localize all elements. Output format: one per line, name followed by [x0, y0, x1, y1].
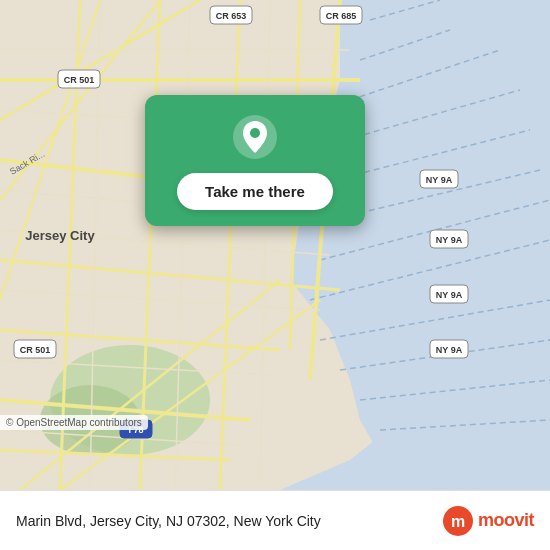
- svg-text:NY 9A: NY 9A: [436, 235, 463, 245]
- svg-text:Jersey City: Jersey City: [25, 228, 95, 243]
- svg-text:CR 501: CR 501: [64, 75, 95, 85]
- svg-point-68: [250, 128, 260, 138]
- attribution-text: © OpenStreetMap contributors: [6, 417, 142, 428]
- map-attribution: © OpenStreetMap contributors: [0, 415, 148, 430]
- location-pin-icon: [231, 113, 279, 161]
- location-label: Marin Blvd, Jersey City, NJ 07302, New Y…: [16, 513, 321, 529]
- bottom-bar: Marin Blvd, Jersey City, NJ 07302, New Y…: [0, 490, 550, 550]
- svg-text:NY 9A: NY 9A: [436, 290, 463, 300]
- svg-text:NY 9A: NY 9A: [436, 345, 463, 355]
- map-container: CR 653 CR 685 CR 501 CR NY 9A NY 9A NY 9…: [0, 0, 550, 490]
- svg-text:NY 9A: NY 9A: [426, 175, 453, 185]
- moovit-logo-icon: m: [442, 505, 474, 537]
- svg-text:m: m: [451, 513, 465, 530]
- svg-text:CR 653: CR 653: [216, 11, 247, 21]
- svg-text:CR 501: CR 501: [20, 345, 51, 355]
- moovit-logo: m moovit: [442, 505, 534, 537]
- moovit-brand-name: moovit: [478, 510, 534, 531]
- svg-text:CR 685: CR 685: [326, 11, 357, 21]
- take-me-there-button[interactable]: Take me there: [177, 173, 333, 210]
- popup-card: Take me there: [145, 95, 365, 226]
